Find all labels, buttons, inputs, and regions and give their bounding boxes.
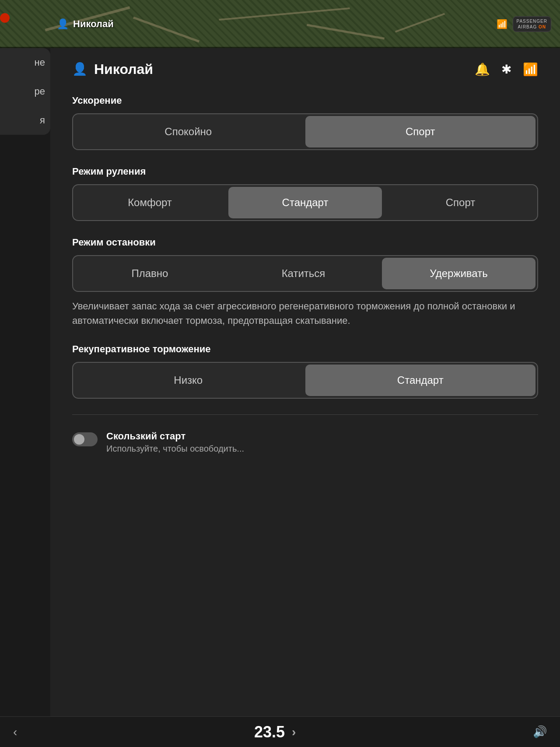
steering-section: Режим руления Комфорт Стандарт Спорт xyxy=(72,166,538,221)
steering-sport-btn[interactable]: Спорт xyxy=(384,185,537,220)
stop-mode-toggle-group: Плавно Катиться Удерживать xyxy=(72,255,538,292)
partial-text-1: не xyxy=(5,57,45,68)
temperature-display: 23.5 › xyxy=(254,723,296,741)
acceleration-calm-btn[interactable]: Спокойно xyxy=(73,114,304,149)
stop-smooth-btn[interactable]: Плавно xyxy=(73,256,227,291)
steering-standard-btn[interactable]: Стандарт xyxy=(228,187,382,218)
stop-mode-section: Режим остановки Плавно Катиться Удержива… xyxy=(72,237,538,328)
wifi-icon: 📶 xyxy=(497,19,508,29)
steering-toggle-group: Комфорт Стандарт Спорт xyxy=(72,184,538,221)
partial-text-3: я xyxy=(5,115,45,126)
profile-user-icon: 👤 xyxy=(72,62,88,77)
volume-icon[interactable]: 🔊 xyxy=(533,725,547,739)
stop-mode-label: Режим остановки xyxy=(72,237,538,248)
bottom-bar: ‹ 23.5 › 🔊 xyxy=(0,716,560,747)
map-username: Николай xyxy=(73,18,114,30)
acceleration-label: Ускорение xyxy=(72,95,538,106)
regen-section: Рекуперативное торможение Низко Стандарт xyxy=(72,344,538,399)
acceleration-sport-btn[interactable]: Спорт xyxy=(305,116,536,147)
chevron-left-btn[interactable]: ‹ xyxy=(13,725,17,739)
map-bar: 👤 Николай 📶 PASSENGER AIRBAG ON xyxy=(0,0,560,48)
profile-name: Николай xyxy=(94,61,153,77)
slippery-start-row: Скользкий старт Используйте, чтобы освоб… xyxy=(72,424,538,461)
bottom-right-icons: 🔊 xyxy=(533,725,547,739)
profile-name-row: 👤 Николай xyxy=(72,61,153,77)
regen-low-btn[interactable]: Низко xyxy=(73,363,304,398)
profile-header: 👤 Николай 🔔 ✱ 📶 xyxy=(72,61,538,77)
bell-icon[interactable]: 🔔 xyxy=(475,62,490,77)
slippery-toggle[interactable] xyxy=(72,432,98,446)
slippery-title: Скользкий старт xyxy=(106,431,244,442)
stop-hold-btn[interactable]: Удерживать xyxy=(382,258,536,289)
main-panel: 👤 Николай 🔔 ✱ 📶 Ускорение Спокойно Спорт… xyxy=(50,48,560,716)
steering-label: Режим руления xyxy=(72,166,538,177)
regen-standard-btn[interactable]: Стандарт xyxy=(305,365,536,396)
slippery-desc: Используйте, чтобы освободить... xyxy=(106,444,244,454)
temperature-value: 23.5 xyxy=(254,723,285,741)
regen-label: Рекуперативное торможение xyxy=(72,344,538,355)
map-user-icon: 👤 xyxy=(57,18,69,30)
map-header-right: 📶 PASSENGER AIRBAG ON xyxy=(497,16,552,32)
toggle-thumb xyxy=(74,434,84,445)
stop-roll-btn[interactable]: Катиться xyxy=(227,256,380,291)
left-panel-partial: не ре я xyxy=(0,48,50,135)
acceleration-toggle-group: Спокойно Спорт xyxy=(72,113,538,150)
regen-toggle-group: Низко Стандарт xyxy=(72,362,538,399)
slippery-text: Скользкий старт Используйте, чтобы освоб… xyxy=(106,431,244,454)
partial-text-2: ре xyxy=(5,86,45,97)
bluetooth-icon[interactable]: ✱ xyxy=(501,62,511,77)
chevron-right-temp[interactable]: › xyxy=(292,725,296,739)
wifi-icon[interactable]: 📶 xyxy=(523,62,538,77)
header-icons: 🔔 ✱ 📶 xyxy=(475,62,538,77)
steering-comfort-btn[interactable]: Комфорт xyxy=(73,185,227,220)
stop-mode-description: Увеличивает запас хода за счет агрессивн… xyxy=(72,299,538,328)
acceleration-section: Ускорение Спокойно Спорт xyxy=(72,95,538,150)
red-dot-indicator xyxy=(0,13,10,23)
airbag-badge: PASSENGER AIRBAG ON xyxy=(513,16,552,32)
map-user-row: 👤 Николай xyxy=(57,18,114,30)
divider xyxy=(72,414,538,415)
